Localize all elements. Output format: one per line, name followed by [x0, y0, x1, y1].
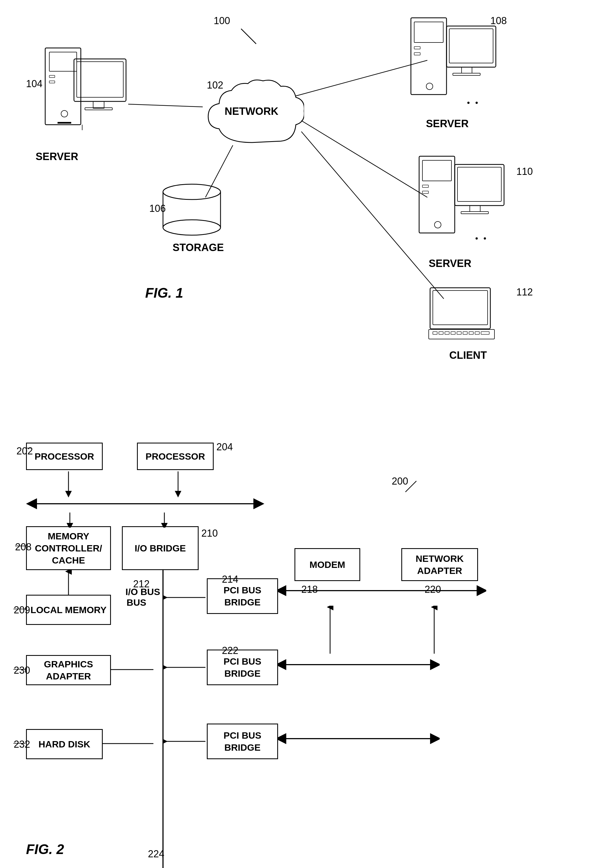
arrow-bus-to-mc [63, 511, 77, 528]
ref-224: 224 [148, 848, 164, 860]
processor-204-box: PROCESSOR [137, 443, 214, 470]
svg-line-52 [296, 60, 428, 96]
pci-bus-bridge-224-box: PCI BUS BRIDGE [207, 724, 278, 759]
arrow-200 [403, 478, 419, 495]
arrow-ref-208 [14, 543, 27, 549]
label-io-bus-text: I/O BUS [126, 587, 160, 597]
io-bus-line [152, 570, 174, 844]
ref-218: 218 [301, 584, 318, 595]
fig2-area: 200 PROCESSOR 202 PROCESSOR 204 [0, 425, 598, 868]
page: 100 104 SERVER NETWORK [0, 0, 598, 868]
local-memory-box: LOCAL MEMORY [26, 595, 111, 625]
line-hd-to-iobus [103, 739, 155, 748]
fig1-connections [0, 0, 598, 425]
svg-line-54 [301, 132, 444, 299]
fig2-caption: FIG. 2 [26, 841, 64, 857]
arrow-iobus-to-222 [163, 659, 208, 676]
arrow-proc2-bus [171, 470, 185, 497]
pci-bus-226-arrow [278, 656, 440, 673]
graphics-adapter-box: GRAPHICS ADAPTER [26, 655, 111, 685]
io-bridge-box: I/O BRIDGE [122, 526, 199, 570]
fig1-caption: FIG. 1 [145, 285, 183, 301]
ref-210: 210 [201, 528, 218, 539]
ref-222: 222 [222, 645, 238, 656]
arrow-bus-to-iob [157, 511, 171, 528]
svg-line-53 [301, 121, 428, 198]
arrow-ref-230 [13, 667, 27, 672]
pci-bus-bridge-222-box: PCI BUS BRIDGE [207, 650, 278, 685]
arrow-iobus-to-3 [163, 733, 208, 750]
hard-disk-box: HARD DISK [26, 729, 103, 759]
ref-214: 214 [222, 574, 238, 585]
arrow-ref-232 [13, 741, 27, 746]
arrow-ref-209 [13, 606, 27, 612]
arrow-bus-to-na [426, 606, 443, 655]
arrow-ref-202 [25, 445, 33, 451]
svg-line-51 [205, 145, 233, 198]
svg-line-50 [128, 104, 203, 107]
network-adapter-box: NETWORK ADAPTER [401, 548, 478, 581]
line-ga-to-iobus [111, 666, 155, 674]
modem-box: MODEM [295, 548, 360, 581]
processor-202-box: PROCESSOR [26, 443, 103, 470]
arrow-lm-mc [60, 570, 77, 596]
memory-controller-box: MEMORY CONTROLLER/ CACHE [26, 526, 111, 570]
arrow-iobus-to-214 [163, 589, 208, 606]
ref-220: 220 [425, 584, 441, 595]
pci-bus-228-arrow [278, 730, 440, 747]
fig1-area: 100 104 SERVER NETWORK [0, 0, 598, 425]
pci-bus-bridge-214-box: PCI BUS BRIDGE [207, 578, 278, 614]
svg-line-55 [405, 481, 416, 492]
ref-204: 204 [217, 441, 233, 453]
arrow-bus-to-modem [322, 606, 338, 655]
arrow-proc1-bus [61, 470, 75, 497]
system-bus-arrow [26, 495, 265, 512]
